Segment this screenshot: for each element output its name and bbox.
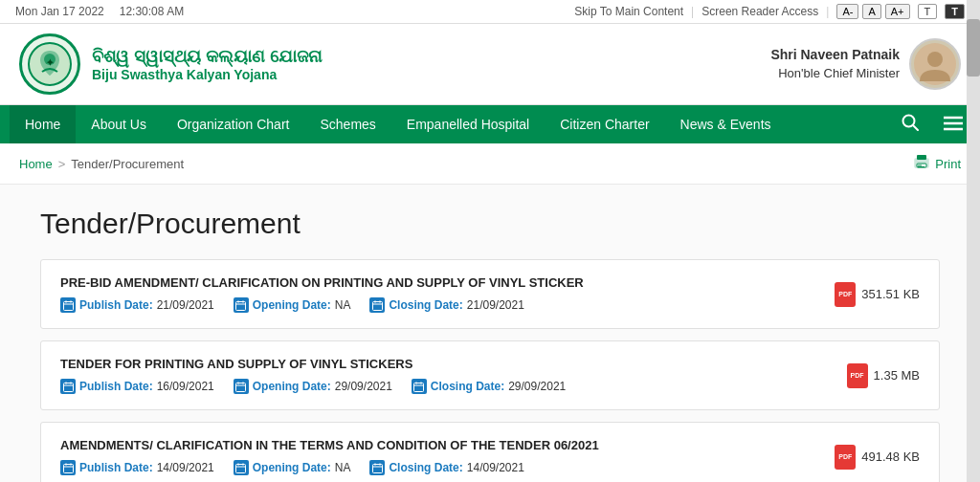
file-size: 1.35 MB (874, 368, 920, 383)
skip-to-main-link[interactable]: Skip To Main Content (574, 5, 683, 18)
calendar-icon (60, 297, 76, 313)
theme-white-button[interactable]: T (918, 4, 938, 19)
calendar-icon-3 (369, 297, 385, 313)
svg-rect-47 (372, 464, 382, 472)
publish-date: 16/09/2021 (157, 380, 214, 393)
publish-date-item: Publish Date: 14/09/2021 (60, 460, 214, 475)
font-normal-button[interactable]: A (862, 4, 880, 19)
nav-schemes[interactable]: Schemes (304, 105, 390, 143)
closing-date-item: Closing Date: 21/09/2021 (369, 297, 523, 313)
top-bar: Mon Jan 17 2022 12:30:08 AM Skip To Main… (0, 0, 980, 24)
file-size: 491.48 KB (861, 449, 920, 464)
tender-card[interactable]: TENDER FOR PRINTING AND SUPPLY OF VINYL … (40, 340, 940, 410)
tender-file[interactable]: PDF 491.48 KB (835, 445, 920, 470)
pdf-icon: PDF (835, 282, 856, 307)
scrollbar[interactable] (967, 0, 980, 482)
breadcrumb-separator: > (58, 157, 66, 171)
closing-date: 14/09/2021 (467, 461, 524, 474)
svg-rect-27 (63, 383, 73, 391)
nav-items: Home About Us Organization Chart Schemes… (10, 105, 894, 143)
print-icon (913, 153, 930, 174)
main-content: Tender/Procurement PRE-BID AMENDMENT/ CL… (21, 185, 959, 482)
svg-rect-23 (372, 301, 382, 310)
svg-rect-35 (414, 383, 424, 391)
svg-rect-31 (236, 383, 246, 391)
time-display: 12:30:08 AM (120, 5, 184, 18)
tender-meta: Publish Date: 16/09/2021 Openi (60, 379, 847, 394)
print-button[interactable]: Print (913, 153, 961, 174)
publish-label: Publish Date: (79, 380, 153, 393)
closing-date: 21/09/2021 (467, 298, 524, 312)
content-area: Tender/Procurement PRE-BID AMENDMENT/ CL… (0, 185, 980, 482)
closing-label: Closing Date: (389, 298, 462, 312)
scroll-thumb[interactable] (967, 19, 980, 77)
minister-avatar-svg (914, 43, 956, 85)
font-size-controls: A- A A+ (836, 4, 909, 19)
calendar-icon (60, 379, 76, 394)
svg-rect-43 (236, 464, 246, 472)
top-bar-datetime: Mon Jan 17 2022 12:30:08 AM (15, 5, 184, 18)
opening-label: Opening Date: (253, 298, 331, 312)
print-label: Print (935, 157, 961, 171)
tender-card-content: AMENDMENTS/ CLARIFICATION IN THE TERMS A… (60, 438, 835, 475)
minister-photo (909, 38, 961, 90)
tender-meta: Publish Date: 14/09/2021 Openi (60, 460, 835, 475)
closing-label: Closing Date: (431, 380, 504, 393)
svg-rect-15 (63, 301, 73, 310)
closing-label: Closing Date: (389, 461, 462, 474)
opening-date: NA (335, 298, 351, 312)
nav-about-us[interactable]: About Us (76, 105, 162, 143)
breadcrumb-home-link[interactable]: Home (19, 157, 53, 171)
closing-date-item: Closing Date: 14/09/2021 (369, 460, 523, 475)
hamburger-menu-button[interactable] (936, 106, 970, 143)
page-title: Tender/Procurement (40, 208, 940, 240)
closing-date-item: Closing Date: 29/09/2021 (412, 379, 566, 394)
tender-meta: Publish Date: 21/09/2021 Openi (60, 297, 835, 313)
theme-dark-button[interactable]: T (945, 4, 965, 19)
breadcrumb-current: Tender/Procurement (71, 157, 184, 171)
svg-rect-13 (918, 165, 922, 166)
svg-point-4 (927, 52, 943, 67)
logo-text: ବିଶ୍ୱ ସ୍ୱାସ୍ଥ୍ୟ କଲ୍ୟାଣ ଯୋଜନା Biju Swasth… (92, 47, 322, 82)
minister-section: Shri Naveen Patnaik Hon'ble Chief Minist… (770, 38, 961, 90)
tender-title: TENDER FOR PRINTING AND SUPPLY OF VINYL … (60, 357, 847, 371)
main-nav: Home About Us Organization Chart Schemes… (0, 105, 980, 143)
nav-citizen-charter[interactable]: Citizen Charter (545, 105, 664, 143)
svg-line-6 (913, 125, 918, 130)
search-button[interactable] (894, 106, 926, 143)
pdf-icon: PDF (847, 363, 868, 388)
opening-label: Opening Date: (253, 380, 331, 393)
opening-date-item: Opening Date: 29/09/2021 (234, 379, 392, 394)
font-increase-button[interactable]: A+ (885, 4, 910, 19)
tender-file[interactable]: PDF 1.35 MB (847, 363, 920, 388)
tender-title: PRE-BID AMENDMENT/ CLARIFICATION ON PRIN… (60, 275, 835, 290)
tender-title: AMENDMENTS/ CLARIFICATION IN THE TERMS A… (60, 438, 835, 452)
tender-card[interactable]: AMENDMENTS/ CLARIFICATION IN THE TERMS A… (40, 422, 940, 482)
publish-date: 21/09/2021 (157, 298, 214, 312)
publish-label: Publish Date: (79, 461, 153, 474)
nav-news-events[interactable]: News & Events (665, 105, 787, 143)
nav-right-controls (894, 106, 970, 143)
opening-date-item: Opening Date: NA (234, 297, 351, 313)
nav-empanelled-hospital[interactable]: Empanelled Hospital (391, 105, 545, 143)
tender-card-content: TENDER FOR PRINTING AND SUPPLY OF VINYL … (60, 357, 847, 394)
nav-organization-chart[interactable]: Organization Chart (162, 105, 305, 143)
top-bar-actions: Skip To Main Content | Screen Reader Acc… (574, 4, 965, 19)
svg-rect-14 (918, 166, 924, 167)
font-decrease-button[interactable]: A- (836, 4, 858, 19)
tender-card[interactable]: PRE-BID AMENDMENT/ CLARIFICATION ON PRIN… (40, 259, 940, 329)
nav-home[interactable]: Home (10, 105, 76, 143)
calendar-icon-3 (412, 379, 427, 394)
opening-date: NA (335, 461, 351, 474)
search-icon (902, 114, 919, 131)
tender-file[interactable]: PDF 351.51 KB (835, 282, 920, 307)
calendar-icon-2 (234, 297, 249, 313)
tender-list: PRE-BID AMENDMENT/ CLARIFICATION ON PRIN… (40, 259, 940, 482)
logo-odia-text: ବିଶ୍ୱ ସ୍ୱାସ୍ଥ୍ୟ କଲ୍ୟାଣ ଯୋଜନା (92, 47, 322, 67)
minister-title: Hon'ble Chief Minister (770, 65, 900, 82)
site-header: ✦ ବିଶ୍ୱ ସ୍ୱାସ୍ଥ୍ୟ କଲ୍ୟାଣ ଯୋଜନା Biju Swas… (0, 24, 980, 105)
printer-icon-svg (913, 153, 930, 170)
tender-card-content: PRE-BID AMENDMENT/ CLARIFICATION ON PRIN… (60, 275, 835, 313)
opening-label: Opening Date: (253, 461, 331, 474)
screen-reader-link[interactable]: Screen Reader Access (702, 5, 818, 18)
